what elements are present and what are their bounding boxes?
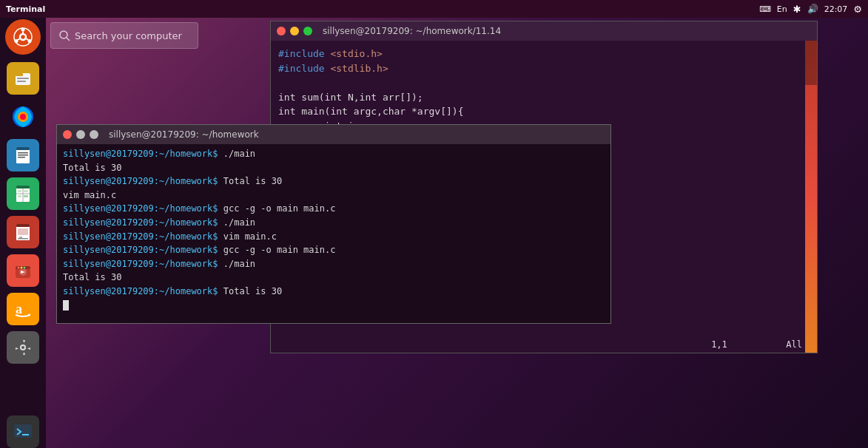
term-line-9: sillysen@20179209:~/homework$ ./main (63, 257, 605, 271)
files-icon (7, 62, 39, 95)
sidebar-item-impress[interactable] (5, 214, 41, 250)
svg-rect-42 (14, 424, 32, 438)
bg-terminal-titlebar: sillysen@20179209: ~/homework/11.14 (271, 21, 817, 41)
term-line-8: sillysen@20179209:~/homework$ gcc -g -o … (63, 243, 605, 257)
fg-terminal-titlebar: sillysen@20179209: ~/homework (57, 125, 610, 144)
fg-terminal-title: sillysen@20179209: ~/homework (109, 129, 259, 140)
svg-rect-29 (16, 224, 30, 227)
sidebar-item-calc[interactable] (5, 176, 41, 211)
svg-point-41 (21, 346, 24, 349)
svg-point-36 (18, 267, 20, 269)
terminal-icon (7, 415, 39, 448)
sidebar-dock: a (0, 18, 46, 448)
sidebar-item-terminal[interactable] (7, 415, 39, 448)
svg-rect-21 (16, 186, 30, 189)
scroll-status: 1,1 All (711, 339, 802, 350)
svg-text:a: a (16, 302, 22, 316)
svg-point-44 (60, 31, 67, 38)
term-line-5: sillysen@20179209:~/homework$ gcc -g -o … (63, 202, 605, 216)
code-line-5: int main(int argc,char *argv[]){ (278, 104, 810, 119)
svg-point-37 (21, 267, 23, 269)
fg-terminal-min-btn[interactable] (76, 130, 85, 139)
svg-rect-16 (16, 147, 30, 150)
scrollbar[interactable] (805, 41, 817, 353)
term-line-10: Total is 30 (63, 271, 605, 285)
term-line-11: sillysen@20179209:~/homework$ Total is 3… (63, 285, 605, 299)
svg-point-38 (24, 267, 26, 269)
bg-terminal-min-btn[interactable] (290, 27, 299, 35)
svg-rect-27 (24, 195, 28, 197)
sidebar-item-settings[interactable] (5, 330, 41, 365)
bg-terminal-close-btn[interactable] (277, 27, 286, 35)
sidebar-item-ubuntu-home[interactable] (5, 21, 41, 56)
terminal-cursor (63, 300, 69, 310)
settings-icon[interactable]: ⚙ (853, 4, 862, 15)
term-line-12 (63, 299, 605, 313)
top-bar: Terminal ⌨ En ✱ 🔊 22:07 ⚙ (0, 0, 868, 18)
svg-point-2 (21, 28, 25, 32)
software-icon (7, 254, 39, 287)
volume-icon[interactable]: 🔊 (807, 4, 818, 14)
search-icon (58, 30, 70, 41)
svg-rect-32 (18, 238, 28, 240)
term-line-3: sillysen@20179209:~/homework$ Total is 3… (63, 174, 605, 189)
svg-rect-26 (18, 195, 21, 197)
svg-point-14 (20, 114, 26, 120)
term-line-1: sillysen@20179209:~/homework$ ./main (63, 147, 605, 161)
ubuntu-logo-svg (13, 27, 33, 47)
svg-rect-25 (24, 190, 28, 192)
code-line-4: int sum(int N,int arr[]); (278, 90, 810, 105)
sidebar-item-amazon[interactable]: a (5, 291, 41, 327)
keyboard-indicator[interactable]: ⌨ (759, 4, 771, 14)
sidebar-item-files[interactable] (5, 61, 41, 96)
svg-rect-18 (18, 155, 28, 156)
bluetooth-icon[interactable]: ✱ (793, 4, 801, 15)
code-line-2-keyword: #include (278, 63, 325, 74)
svg-rect-9 (16, 73, 23, 76)
fg-terminal-max-btn[interactable] (90, 130, 98, 139)
scroll-thumb[interactable] (805, 41, 817, 85)
term-line-7: sillysen@20179209:~/homework$ vim main.c (63, 230, 605, 244)
svg-rect-30 (18, 228, 28, 235)
term-line-2: Total is 30 (63, 161, 605, 175)
firefox-icon (7, 101, 39, 133)
svg-line-45 (67, 38, 70, 41)
svg-rect-11 (17, 81, 26, 82)
bg-terminal-title: sillysen@20179209: ~/homework/11.14 (323, 26, 501, 36)
search-bar[interactable]: Search your computer (50, 22, 198, 49)
sidebar-item-firefox[interactable] (5, 99, 41, 135)
language-indicator[interactable]: En (777, 4, 787, 14)
ubuntu-icon (5, 19, 41, 55)
impress-icon (7, 216, 39, 248)
top-bar-title: Terminal (6, 4, 45, 14)
top-bar-indicators: ⌨ En ✱ 🔊 22:07 ⚙ (759, 4, 862, 15)
bg-terminal-max-btn[interactable] (303, 27, 312, 35)
svg-rect-24 (18, 190, 21, 192)
code-line-1-keyword: #include (278, 48, 325, 59)
terminal-output: sillysen@20179209:~/homework$ ./main Tot… (57, 144, 610, 315)
term-line-4: vim main.c (63, 189, 605, 203)
term-line-6: sillysen@20179209:~/homework$ ./main (63, 216, 605, 230)
search-placeholder: Search your computer (75, 30, 182, 41)
sidebar-item-writer[interactable] (5, 138, 41, 173)
svg-rect-17 (18, 152, 28, 154)
fg-terminal-window[interactable]: sillysen@20179209: ~/homework sillysen@2… (56, 124, 611, 324)
sidebar-item-software[interactable] (5, 253, 41, 288)
calc-icon (7, 177, 39, 210)
writer-icon (7, 139, 39, 172)
time-display: 22:07 (824, 4, 848, 14)
svg-rect-10 (17, 78, 29, 79)
fg-terminal-close-btn[interactable] (63, 130, 72, 139)
svg-rect-19 (18, 157, 25, 158)
system-settings-icon (7, 331, 39, 364)
amazon-icon: a (7, 293, 39, 325)
